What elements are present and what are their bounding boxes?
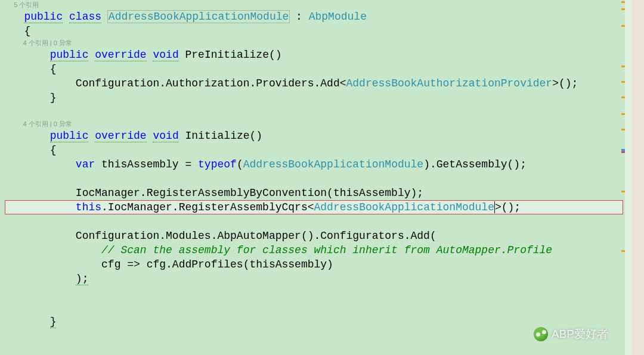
brace-close-init: }	[5, 314, 623, 329]
minimap-marker[interactable]	[621, 8, 625, 10]
ioc-conv: IocManager.RegisterAssemblyByConvention(…	[5, 186, 623, 200]
minimap-marker[interactable]	[621, 129, 625, 130]
minimap-marker[interactable]	[621, 25, 625, 27]
close-add: );	[5, 272, 623, 286]
kw-class: class	[69, 11, 101, 23]
kw-void2: void	[153, 130, 178, 142]
brace-close-preinit: }	[5, 91, 623, 105]
init-decl: public override void Initialize()	[5, 129, 623, 143]
blank2	[5, 172, 623, 186]
preinit-decl: public override void PreInitialize()	[5, 48, 623, 62]
minimap-marker[interactable]	[621, 191, 625, 192]
comment-scan: // Scan the assembly for classes which i…	[5, 243, 623, 257]
codelens-init[interactable]: 4 个引用 | 0 异常	[5, 119, 623, 129]
kw-this: this	[76, 201, 101, 213]
brace-open-class: {	[5, 24, 623, 38]
watermark-text: ABP爱好者	[552, 326, 608, 342]
brace-open-preinit: {	[5, 62, 623, 76]
blank1	[5, 105, 623, 119]
codelens-class[interactable]: 5 个引用	[5, 0, 623, 10]
code-editor[interactable]: 5 个引用 public class AddressBookApplicatio…	[0, 0, 623, 355]
type-base: AbpModule	[309, 11, 367, 23]
ioc-cqrs-highlighted: this.IocManager.RegisterAssemblyCqrs<Add…	[5, 200, 623, 214]
minimap-marker[interactable]	[621, 66, 625, 67]
brace-open-init: {	[5, 143, 623, 157]
class-decl: public class AddressBookApplicationModul…	[5, 10, 623, 24]
watermark: ABP爱好者	[534, 326, 608, 342]
minimap-marker[interactable]	[621, 96, 625, 98]
kw-var: var	[76, 158, 95, 170]
kw-void: void	[153, 49, 178, 61]
minimap-marker[interactable]	[621, 250, 625, 252]
kw-override: override	[95, 49, 146, 61]
kw-public3: public	[50, 130, 89, 142]
type-module2: AddressBookApplicationModule	[243, 158, 423, 170]
method-init: Initialize	[185, 130, 250, 142]
type-module: AddressBookApplicationModule	[108, 11, 289, 23]
kw-override2: override	[95, 130, 146, 142]
type-auth-provider: AddressBookAuthorizationProvider	[346, 77, 553, 89]
cfg-lambda: cfg => cfg.AddProfiles(thisAssembly)	[5, 257, 623, 272]
kw-public2: public	[50, 49, 89, 61]
code-block: 5 个引用 public class AddressBookApplicatio…	[0, 0, 623, 329]
minimap[interactable]	[625, 0, 632, 355]
blank4	[5, 286, 623, 300]
var-thisassembly: var thisAssembly = typeof(AddressBookApp…	[5, 157, 623, 172]
codelens-preinit[interactable]: 4 个引用 | 0 异常	[5, 38, 623, 48]
config-modules: Configuration.Modules.AbpAutoMapper().Co…	[5, 229, 623, 243]
type-module3: AddressBookApplicationModule	[314, 201, 494, 213]
minimap-marker[interactable]	[621, 1, 625, 3]
minimap-marker[interactable]	[621, 81, 625, 83]
vertical-scrollbar[interactable]	[632, 0, 644, 355]
minimap-marker[interactable]	[621, 113, 625, 115]
wechat-icon	[534, 327, 548, 341]
minimap-marker[interactable]	[621, 151, 625, 153]
kw-public: public	[24, 11, 63, 23]
method-preinit: PreInitialize	[185, 49, 269, 61]
blank3	[5, 214, 623, 229]
blank5	[5, 300, 623, 314]
colon: :	[289, 11, 308, 23]
config-auth-line: Configuration.Authorization.Providers.Ad…	[5, 76, 623, 91]
kw-typeof: typeof	[198, 158, 237, 170]
